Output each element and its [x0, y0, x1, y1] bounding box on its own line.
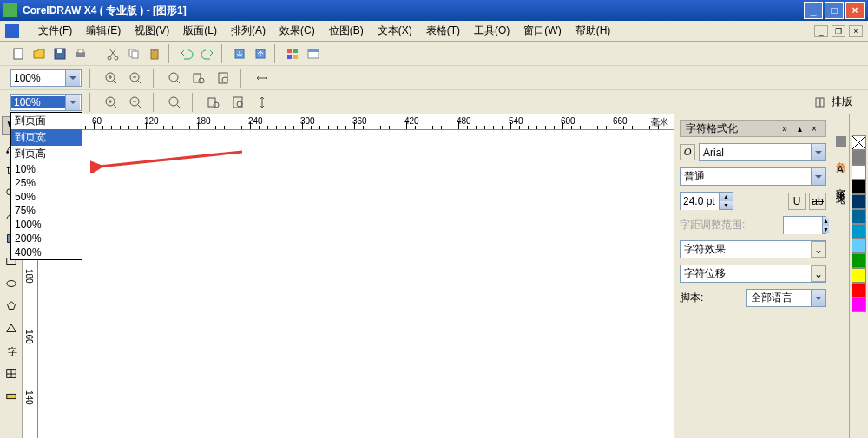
font-style-select[interactable]: 普通 [680, 167, 826, 186]
color-swatch[interactable] [852, 150, 866, 165]
basic-shapes-tool[interactable] [2, 319, 21, 338]
zoom-out-icon[interactable] [126, 93, 145, 112]
zoom-option[interactable]: 200% [11, 232, 82, 245]
no-color-swatch[interactable] [852, 135, 866, 150]
maximize-button[interactable]: □ [825, 2, 844, 19]
menu-item[interactable]: 视图(V) [128, 22, 176, 40]
horizontal-ruler[interactable]: 毫米 060120180240300360420480540600660 [38, 114, 674, 130]
spin-up[interactable]: ▲ [719, 193, 733, 201]
color-swatch[interactable] [852, 297, 866, 312]
open-icon[interactable] [30, 44, 49, 63]
document-icon[interactable] [5, 24, 19, 38]
docker-close-icon[interactable]: × [808, 122, 820, 134]
color-swatch[interactable] [852, 180, 866, 194]
docker-collapse-icon[interactable]: » [779, 122, 791, 134]
zoom-option[interactable]: 到页宽 [11, 129, 82, 146]
script-select[interactable]: 全部语言 [746, 289, 826, 307]
zoom-option[interactable]: 到页高 [11, 146, 82, 162]
char-effects-select[interactable]: 字符效果⌄ [680, 240, 826, 258]
zoom-page-icon[interactable] [228, 93, 247, 112]
zoom-option[interactable]: 75% [11, 204, 82, 218]
color-swatch[interactable] [852, 268, 866, 283]
color-swatch[interactable] [852, 283, 866, 297]
zoom-option[interactable]: 到页面 [11, 113, 82, 129]
menu-item[interactable]: 效果(C) [273, 22, 322, 40]
menu-item[interactable]: 版面(L) [176, 22, 224, 40]
menu-item[interactable]: 位图(B) [322, 22, 371, 40]
spin-down[interactable]: ▼ [719, 201, 733, 210]
zoom-selection-icon[interactable] [165, 93, 184, 112]
cut-icon[interactable] [103, 44, 122, 63]
menu-item[interactable]: 帮助(H) [569, 22, 618, 40]
zoom-input-2[interactable] [11, 96, 65, 108]
typeset-button[interactable]: 排版 [809, 93, 858, 111]
chevron-down-icon[interactable] [65, 95, 80, 110]
docker-tab-label[interactable]: 字符格式化 [834, 180, 847, 189]
new-icon[interactable] [9, 44, 28, 63]
canvas[interactable] [38, 130, 674, 438]
color-swatch[interactable] [852, 239, 866, 253]
mdi-close[interactable]: × [849, 25, 863, 37]
polygon-tool[interactable] [2, 297, 21, 316]
font-size-input[interactable] [681, 193, 719, 210]
minimize-button[interactable]: _ [804, 2, 823, 19]
zoom-option[interactable]: 25% [11, 176, 82, 190]
chevron-down-icon[interactable] [65, 70, 80, 86]
color-swatch[interactable] [852, 209, 866, 224]
chevron-down-icon[interactable] [811, 290, 825, 306]
close-button[interactable]: × [845, 2, 865, 19]
table-tool[interactable] [2, 364, 21, 383]
font-size-spinner[interactable]: ▲▼ [680, 192, 733, 210]
menu-item[interactable]: 文本(X) [371, 22, 419, 40]
menu-item[interactable]: 文件(F) [31, 22, 79, 40]
zoom-in-icon[interactable] [102, 69, 121, 88]
underline-button[interactable]: U [788, 193, 806, 210]
ellipse-tool[interactable] [2, 274, 21, 293]
paste-icon[interactable] [145, 44, 164, 63]
zoom-page-icon[interactable] [214, 69, 233, 88]
app-launcher-icon[interactable] [283, 44, 302, 63]
redo-icon[interactable] [198, 44, 217, 63]
strikethrough-button[interactable]: ab [809, 193, 826, 210]
zoom-option[interactable]: 50% [11, 190, 82, 204]
save-icon[interactable] [50, 44, 69, 63]
zoom-combo-2[interactable]: 到页面到页宽到页高10%25%50%75%100%200%400% [10, 94, 82, 111]
fill-icon[interactable] [835, 135, 847, 147]
char-shift-select[interactable]: 字符位移⌄ [680, 265, 826, 283]
zoom-selection-icon[interactable] [165, 69, 184, 88]
export-icon[interactable] [251, 44, 270, 63]
expand-icon[interactable]: ⌄ [811, 241, 825, 258]
zoom-width-icon[interactable] [253, 69, 272, 88]
mdi-restore[interactable]: ❐ [832, 25, 845, 37]
menu-item[interactable]: 窗口(W) [516, 22, 568, 40]
text-a-icon[interactable]: A [835, 163, 847, 175]
zoom-out-icon[interactable] [126, 69, 145, 88]
zoom-in-icon[interactable] [102, 93, 121, 112]
zoom-all-icon[interactable] [204, 93, 223, 112]
menu-item[interactable]: 编辑(E) [79, 22, 128, 40]
undo-icon[interactable] [177, 44, 196, 63]
menu-item[interactable]: 排列(A) [224, 22, 273, 40]
mdi-minimize[interactable]: _ [814, 25, 828, 37]
zoom-option[interactable]: 100% [11, 218, 82, 232]
menu-item[interactable]: 表格(T) [419, 22, 467, 40]
docker-menu-icon[interactable]: ▴ [793, 122, 806, 134]
color-swatch[interactable] [852, 224, 866, 239]
color-swatch[interactable] [852, 253, 866, 268]
zoom-height-icon[interactable] [253, 93, 272, 112]
chevron-down-icon[interactable] [811, 168, 825, 185]
color-swatch[interactable] [852, 165, 866, 180]
print-icon[interactable] [71, 44, 90, 63]
expand-icon[interactable]: ⌄ [811, 265, 825, 282]
zoom-combo-1[interactable] [10, 69, 82, 87]
text-tool[interactable]: 字 [2, 342, 21, 361]
zoom-option[interactable]: 400% [11, 245, 82, 259]
interactive-tool[interactable] [2, 387, 21, 406]
font-select[interactable]: Arial [699, 143, 826, 161]
copy-icon[interactable] [124, 44, 143, 63]
menu-item[interactable]: 工具(O) [467, 22, 516, 40]
color-swatch[interactable] [852, 194, 866, 209]
chevron-down-icon[interactable] [811, 144, 825, 160]
zoom-input-1[interactable] [11, 72, 65, 84]
welcome-icon[interactable] [304, 44, 323, 63]
